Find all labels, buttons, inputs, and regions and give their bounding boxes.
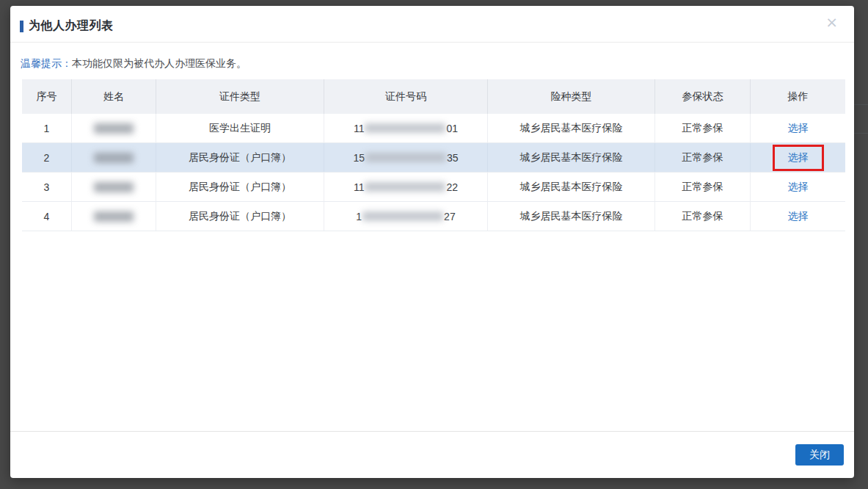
blurred-id-value [365, 153, 446, 162]
cell-insurance: 城乡居民基本医疗保险 [488, 173, 655, 201]
blurred-name-value [94, 182, 134, 192]
action-cell: 选择 [751, 143, 845, 172]
cell-insurance: 城乡居民基本医疗保险 [488, 114, 655, 142]
cell-index: 3 [22, 173, 72, 201]
id-prefix: 11 [354, 123, 365, 134]
table-header-row: 序号姓名证件类型证件号码险种类型参保状态操作 [22, 79, 845, 114]
delegation-table: 序号姓名证件类型证件号码险种类型参保状态操作 1 医学出生证明 11 01 城乡… [22, 79, 845, 231]
cell-insurance: 城乡居民基本医疗保险 [488, 202, 655, 231]
header-cell: 险种类型 [488, 79, 655, 114]
table-row: 1 医学出生证明 11 01 城乡居民基本医疗保险 正常参保 选择 [22, 114, 845, 143]
close-icon[interactable]: × [825, 15, 838, 29]
action-cell: 选择 [751, 173, 845, 201]
cell-id-type: 居民身份证（户口簿） [156, 143, 324, 172]
action-cell: 选择 [751, 202, 845, 231]
select-link[interactable]: 选择 [788, 151, 809, 164]
blurred-name-value [94, 153, 134, 163]
table-row: 3 居民身份证（户口簿） 11 22 城乡居民基本医疗保险 正常参保 选择 [22, 173, 845, 202]
header-cell: 证件号码 [324, 79, 488, 114]
id-prefix: 15 [353, 152, 365, 164]
modal-header: 为他人办理列表 × [10, 6, 854, 43]
header-cell: 参保状态 [655, 79, 751, 114]
cell-id-type: 居民身份证（户口簿） [156, 202, 324, 231]
cell-id-number: 1 27 [324, 202, 488, 231]
id-suffix: 01 [446, 123, 458, 134]
title-accent-bar-icon [20, 21, 23, 32]
blurred-name-value [94, 123, 134, 134]
cell-name [72, 202, 156, 231]
cell-name [72, 114, 156, 142]
select-link[interactable]: 选择 [788, 181, 809, 194]
cell-status: 正常参保 [655, 114, 751, 142]
cell-status: 正常参保 [655, 173, 751, 201]
select-link[interactable]: 选择 [788, 122, 809, 135]
id-suffix: 35 [447, 152, 459, 164]
cell-status: 正常参保 [655, 202, 751, 231]
cell-status: 正常参保 [655, 143, 751, 172]
header-cell: 序号 [22, 79, 72, 114]
background-page-remnant [853, 104, 868, 134]
id-prefix: 1 [356, 211, 362, 222]
header-cell: 证件类型 [156, 79, 324, 114]
header-cell: 操作 [751, 79, 845, 114]
table-row: 4 居民身份证（户口簿） 1 27 城乡居民基本医疗保险 正常参保 选择 [22, 202, 845, 231]
cell-index: 2 [22, 143, 72, 172]
blurred-name-value [94, 211, 134, 222]
cell-index: 1 [22, 114, 72, 142]
action-cell: 选择 [751, 114, 845, 142]
close-button[interactable]: 关闭 [795, 444, 844, 466]
cell-id-number: 15 35 [324, 143, 488, 172]
cell-name [72, 143, 156, 172]
blurred-id-value [365, 182, 445, 192]
modal-title-wrap: 为他人办理列表 [20, 18, 114, 34]
cell-id-type: 居民身份证（户口簿） [156, 173, 324, 201]
select-link[interactable]: 选择 [788, 210, 809, 223]
id-suffix: 27 [444, 211, 456, 222]
tip-text: 本功能仅限为被代办人办理医保业务。 [72, 57, 247, 69]
header-cell: 姓名 [72, 79, 156, 114]
id-prefix: 11 [354, 181, 365, 193]
tip-label: 温馨提示： [21, 57, 72, 69]
blurred-id-value [365, 123, 445, 133]
cell-insurance: 城乡居民基本医疗保险 [488, 143, 655, 172]
table-body: 1 医学出生证明 11 01 城乡居民基本医疗保险 正常参保 选择 2 居民身份… [22, 114, 845, 231]
id-suffix: 22 [446, 181, 458, 193]
cell-name [72, 173, 156, 201]
footer-divider [10, 431, 854, 432]
cell-id-type: 医学出生证明 [156, 114, 324, 142]
blurred-id-value [362, 211, 443, 221]
table-row: 2 居民身份证（户口簿） 15 35 城乡居民基本医疗保险 正常参保 选择 [22, 143, 845, 173]
cell-id-number: 11 22 [324, 173, 488, 201]
handle-for-others-modal: 为他人办理列表 × 温馨提示：本功能仅限为被代办人办理医保业务。 序号姓名证件类… [10, 6, 854, 478]
modal-title: 为他人办理列表 [29, 18, 114, 34]
cell-id-number: 11 01 [324, 114, 488, 142]
tip-row: 温馨提示：本功能仅限为被代办人办理医保业务。 [21, 56, 247, 70]
cell-index: 4 [22, 202, 72, 231]
